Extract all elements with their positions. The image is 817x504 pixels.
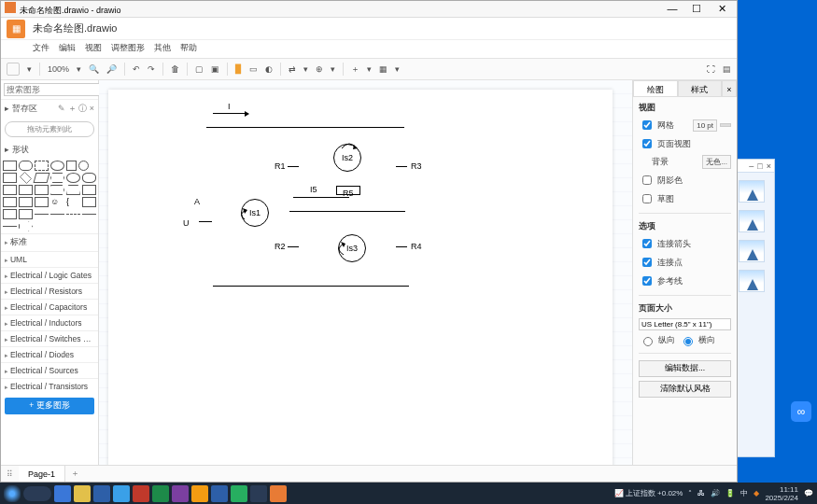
shape-ellipse[interactable] bbox=[50, 161, 64, 171]
paper-select[interactable]: US Letter (8.5" x 11") bbox=[639, 318, 731, 330]
file-thumb[interactable] bbox=[739, 210, 765, 232]
zoom-out-icon[interactable]: 🔎 bbox=[106, 64, 117, 74]
taskbar-app-icon[interactable] bbox=[74, 485, 91, 502]
category-item[interactable]: Electrical / Sources bbox=[1, 362, 98, 378]
shape-doc[interactable] bbox=[3, 185, 17, 195]
taskbar-app-icon[interactable] bbox=[231, 485, 247, 502]
landscape-radio[interactable] bbox=[683, 337, 693, 346]
portrait-radio[interactable] bbox=[643, 337, 653, 346]
window-maximize-icon[interactable]: ☐ bbox=[685, 3, 708, 15]
pageview-checkbox[interactable] bbox=[642, 139, 652, 148]
menu-arrange[interactable]: 调整图形 bbox=[111, 42, 145, 54]
wire-i5[interactable] bbox=[293, 197, 349, 198]
points-checkbox[interactable] bbox=[642, 258, 652, 267]
category-item[interactable]: Electrical / Transistors bbox=[1, 378, 98, 394]
insert-icon[interactable]: ＋ bbox=[351, 63, 359, 76]
document-title[interactable]: 未命名绘图.drawio bbox=[33, 21, 117, 35]
shape-line[interactable] bbox=[82, 214, 96, 215]
page-tab[interactable]: Page-1 bbox=[19, 466, 65, 482]
shape-and[interactable] bbox=[3, 209, 17, 219]
fullscreen-icon[interactable]: ⛶ bbox=[707, 64, 715, 74]
shape-text[interactable] bbox=[35, 161, 49, 171]
window-minimize-icon[interactable]: — bbox=[661, 3, 683, 14]
task-search[interactable] bbox=[23, 486, 51, 501]
redo-icon[interactable]: ↷ bbox=[148, 64, 155, 74]
close-panel-icon[interactable]: × bbox=[722, 80, 737, 97]
wire-top[interactable] bbox=[206, 127, 404, 128]
taskbar-app-icon[interactable] bbox=[191, 485, 208, 502]
taskbar-app-icon[interactable] bbox=[152, 485, 169, 502]
file-thumb[interactable] bbox=[739, 240, 765, 262]
shape-callout[interactable] bbox=[35, 197, 49, 207]
edit-data-button[interactable]: 编辑数据... bbox=[639, 360, 731, 377]
menu-extras[interactable]: 其他 bbox=[154, 42, 171, 54]
grid-size[interactable]: 10 pt bbox=[693, 119, 717, 132]
fill-color-icon[interactable]: ▉ bbox=[235, 64, 242, 74]
category-item[interactable]: Electrical / Resistors bbox=[1, 283, 98, 299]
taskbar-app-icon[interactable] bbox=[113, 485, 130, 502]
terminal-u[interactable] bbox=[199, 221, 212, 222]
r2-res[interactable] bbox=[288, 246, 299, 247]
guides-checkbox[interactable] bbox=[642, 276, 652, 286]
window-close-icon[interactable]: ✕ bbox=[711, 3, 733, 15]
label-u[interactable]: U bbox=[183, 218, 190, 228]
shape-hex[interactable] bbox=[50, 173, 64, 183]
label-r4[interactable]: R4 bbox=[411, 242, 422, 251]
zoom-in-icon[interactable]: 🔍 bbox=[89, 64, 99, 74]
taskbar-app-icon[interactable] bbox=[54, 485, 71, 502]
menu-help[interactable]: 帮助 bbox=[180, 42, 197, 54]
add-page-icon[interactable]: ＋ bbox=[65, 468, 85, 480]
clear-style-button[interactable]: 清除默认风格 bbox=[639, 381, 731, 398]
more-shapes-button[interactable]: + 更多图形 bbox=[5, 398, 94, 414]
shape-intstore[interactable] bbox=[19, 185, 33, 195]
undo-icon[interactable]: ↶ bbox=[133, 64, 140, 74]
waypoint-icon[interactable]: ⊕ bbox=[316, 64, 323, 74]
shape-diamond[interactable] bbox=[20, 172, 32, 184]
drawing-page[interactable]: I Is2 R1 R3 I5 R5 A U bbox=[108, 90, 613, 465]
search-input[interactable] bbox=[4, 83, 114, 96]
grid-color-icon[interactable] bbox=[720, 123, 731, 127]
shape-actor[interactable]: ☺ bbox=[50, 197, 64, 207]
shape-card[interactable] bbox=[19, 197, 33, 207]
shape-arrow2[interactable] bbox=[50, 214, 64, 215]
start-button[interactable] bbox=[4, 485, 21, 502]
label-r1[interactable]: R1 bbox=[275, 161, 286, 171]
sketch-checkbox[interactable] bbox=[642, 194, 652, 203]
to-back-icon[interactable]: ▣ bbox=[211, 64, 219, 74]
menu-edit[interactable]: 编辑 bbox=[59, 42, 76, 54]
grid-checkbox[interactable] bbox=[642, 120, 652, 130]
tray-ime-icon[interactable]: 中 bbox=[740, 488, 748, 498]
shape-note[interactable] bbox=[3, 197, 17, 207]
shape-step[interactable] bbox=[50, 185, 64, 195]
taskbar-app-icon[interactable] bbox=[270, 485, 287, 502]
tray-network-icon[interactable]: 🖧 bbox=[697, 489, 705, 497]
taskbar-date[interactable]: 2025/2/24 bbox=[765, 494, 798, 502]
format-panel-icon[interactable]: ▤ bbox=[723, 64, 731, 74]
to-front-icon[interactable]: ▢ bbox=[195, 64, 204, 74]
label-i[interactable]: I bbox=[228, 102, 231, 111]
shapes-header[interactable]: ▸ 形状 bbox=[5, 144, 29, 156]
bgwin-min-icon[interactable]: – bbox=[749, 161, 754, 171]
taskbar-app-icon[interactable] bbox=[250, 485, 267, 502]
shape-arrow[interactable] bbox=[35, 214, 49, 215]
connection-icon[interactable]: ⇄ bbox=[289, 64, 296, 74]
category-item[interactable]: 标准 bbox=[1, 233, 98, 251]
shape-curly[interactable]: { bbox=[66, 197, 80, 207]
menu-view[interactable]: 视图 bbox=[85, 42, 102, 54]
taskbar-app-icon[interactable] bbox=[172, 485, 189, 502]
label-r2[interactable]: R2 bbox=[275, 242, 286, 251]
wire-mid[interactable] bbox=[289, 211, 405, 212]
shape-biarrow[interactable] bbox=[3, 226, 17, 227]
tray-battery-icon[interactable]: 🔋 bbox=[725, 489, 735, 497]
category-item[interactable]: UML bbox=[1, 251, 98, 267]
tab-diagram[interactable]: 绘图 bbox=[633, 80, 678, 97]
label-i5[interactable]: I5 bbox=[310, 185, 317, 194]
shape-or[interactable] bbox=[82, 197, 96, 207]
line-color-icon[interactable]: ▭ bbox=[249, 64, 258, 74]
tray-app-icon[interactable]: ◆ bbox=[754, 489, 759, 497]
shape-dashed[interactable] bbox=[66, 214, 80, 215]
category-item[interactable]: Electrical / Diodes bbox=[1, 346, 98, 362]
shape-rect[interactable] bbox=[3, 161, 17, 171]
shape-round[interactable] bbox=[19, 161, 33, 171]
shape-square[interactable] bbox=[66, 161, 77, 171]
